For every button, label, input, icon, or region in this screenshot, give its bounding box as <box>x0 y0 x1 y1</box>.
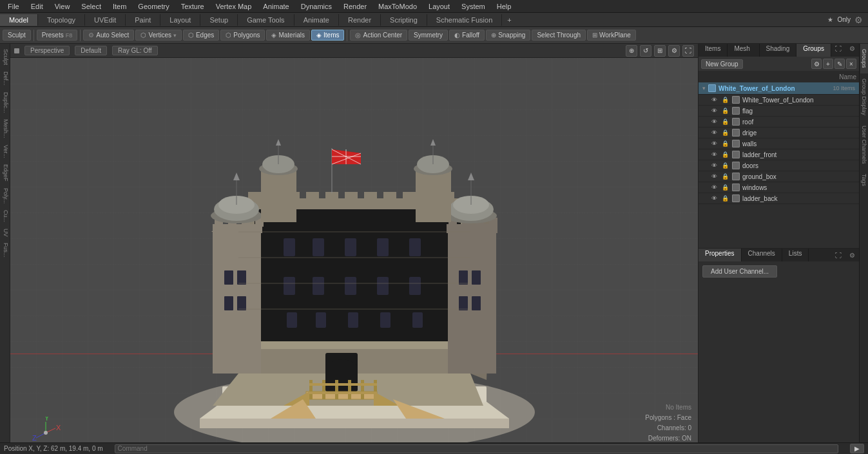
visibility-icon[interactable]: 👁 <box>711 108 719 114</box>
perspective-button[interactable]: Perspective <box>24 46 70 55</box>
menu-edit[interactable]: Edit <box>26 1 48 12</box>
polygons-button[interactable]: ⬡ Polygons <box>220 30 265 41</box>
symmetry-button[interactable]: Symmetry <box>409 30 448 41</box>
tab-scripting[interactable]: Scripting <box>381 14 427 26</box>
props-expand-btn[interactable]: ⛶ <box>831 251 845 260</box>
select-through-button[interactable]: Select Through <box>532 30 586 41</box>
action-center-button[interactable]: ◎ Action Center <box>350 30 407 41</box>
menu-help[interactable]: Help <box>492 1 517 12</box>
groups-icon4[interactable]: × <box>846 59 856 69</box>
rt-tab-groups[interactable]: Groups <box>796 44 831 57</box>
vertices-button[interactable]: ⬡ Vertices ▾ <box>135 30 182 41</box>
menu-file[interactable]: File <box>3 1 24 12</box>
sidebar-tab-edgef[interactable]: EdgeF <box>1 162 10 184</box>
sidebar-tab-cu[interactable]: Cu... <box>1 207 10 225</box>
edges-button[interactable]: ⬡ Edges <box>183 30 219 41</box>
menu-animate[interactable]: Animate <box>258 1 294 12</box>
menu-dynamics[interactable]: Dynamics <box>296 1 337 12</box>
orbit-icon[interactable]: ⊕ <box>626 45 637 57</box>
falloff-button[interactable]: ◐ Falloff <box>449 30 485 41</box>
menu-layout[interactable]: Layout <box>423 1 455 12</box>
tab-setup[interactable]: Setup <box>200 14 238 26</box>
sidebar-tab-duplic[interactable]: Duplic... <box>1 90 10 116</box>
list-item[interactable]: 👁 🔒 walls <box>699 138 859 149</box>
list-item[interactable]: 👁 🔒 windows <box>699 182 859 193</box>
list-item[interactable]: 👁 🔒 roof <box>699 117 859 128</box>
menu-item[interactable]: Item <box>108 1 131 12</box>
lock-icon[interactable]: 🔒 <box>722 173 729 180</box>
add-channel-button[interactable]: Add User Channel... <box>702 265 777 278</box>
tab-topology[interactable]: Topology <box>38 14 85 26</box>
snapping-button[interactable]: ⊕ Snapping <box>486 30 530 41</box>
list-item[interactable]: 👁 🔒 ground_box <box>699 171 859 182</box>
visibility-icon[interactable]: 👁 <box>711 118 719 125</box>
command-area[interactable] <box>115 444 838 453</box>
new-group-button[interactable]: New Group <box>701 59 743 69</box>
tab-paint[interactable]: Paint <box>126 14 160 26</box>
lock-icon[interactable]: 🔒 <box>722 195 729 202</box>
props-tab-properties[interactable]: Properties <box>699 249 742 261</box>
menu-view[interactable]: View <box>50 1 75 12</box>
list-item[interactable]: 👁 🔒 flag <box>699 106 859 117</box>
zoom-fit-icon[interactable]: ⊞ <box>654 45 666 57</box>
rv-tab-group-display[interactable]: Group Display <box>860 73 868 120</box>
tab-model[interactable]: Model <box>0 14 38 26</box>
group-root-item[interactable]: ▾ White_Tower_of_London 10 Items <box>699 82 859 95</box>
visibility-icon[interactable]: 👁 <box>711 173 719 180</box>
list-item[interactable]: 👁 🔒 White_Tower_of_London <box>699 95 859 106</box>
rv-tab-groups[interactable]: Groups <box>860 44 868 73</box>
props-tab-channels[interactable]: Channels <box>742 249 782 261</box>
visibility-icon[interactable]: 👁 <box>711 140 719 147</box>
workplane-button[interactable]: ⊞ WorkPlane <box>587 30 636 41</box>
menu-maxtomodo[interactable]: MaxToModo <box>373 1 422 12</box>
visibility-icon[interactable]: 👁 <box>711 195 719 202</box>
tab-schematic-fusion[interactable]: Schematic Fusion <box>427 14 502 26</box>
tab-render[interactable]: Render <box>339 14 381 26</box>
menu-vertex-map[interactable]: Vertex Map <box>211 1 257 12</box>
refresh-icon[interactable]: ↺ <box>640 45 651 57</box>
tab-game-tools[interactable]: Game Tools <box>238 14 294 26</box>
viewport-canvas[interactable]: X Y Z No Items Polygons : Face Channels:… <box>10 58 698 454</box>
sidebar-tab-poly[interactable]: Poly... <box>1 185 10 206</box>
groups-icon3[interactable]: ✎ <box>834 59 845 69</box>
lock-icon[interactable]: 🔒 <box>722 129 729 136</box>
rv-tab-tags[interactable]: Tags <box>860 169 868 191</box>
menu-render[interactable]: Render <box>338 1 372 12</box>
expand-icon[interactable]: ⛶ <box>682 45 694 57</box>
lock-icon[interactable]: 🔒 <box>722 162 729 169</box>
list-item[interactable]: 👁 🔒 ladder_front <box>699 149 859 160</box>
tab-add-button[interactable]: + <box>502 14 516 26</box>
default-button[interactable]: Default <box>75 46 107 55</box>
rt-tab-items[interactable]: Items <box>699 44 728 57</box>
sidebar-tab-sculpt[interactable]: Sculpt <box>1 46 10 68</box>
visibility-icon[interactable]: 👁 <box>711 151 719 158</box>
items-button[interactable]: ◈ Items <box>311 30 344 41</box>
rt-tab-mesh[interactable]: Mesh ... <box>728 44 759 57</box>
settings-icon[interactable]: ⚙ <box>854 15 863 25</box>
auto-select-button[interactable]: ⚙ Auto Select <box>83 30 134 41</box>
lock-icon[interactable]: 🔒 <box>722 140 729 147</box>
tab-animate[interactable]: Animate <box>294 14 339 26</box>
list-item[interactable]: 👁 🔒 doors <box>699 160 859 171</box>
groups-icon2[interactable]: + <box>823 59 833 69</box>
menu-geometry[interactable]: Geometry <box>133 1 174 12</box>
visibility-icon[interactable]: 👁 <box>711 97 719 103</box>
command-input[interactable] <box>115 444 838 453</box>
props-settings-btn[interactable]: ⚙ <box>845 251 859 260</box>
lock-icon[interactable]: 🔒 <box>722 118 729 125</box>
list-item[interactable]: 👁 🔒 drige <box>699 128 859 138</box>
sidebar-tab-fus[interactable]: Fus... <box>1 240 10 260</box>
rv-tab-user-channels[interactable]: User Channels <box>860 120 868 169</box>
groups-icon1[interactable]: ⚙ <box>811 59 822 69</box>
menu-texture[interactable]: Texture <box>176 1 209 12</box>
visibility-icon[interactable]: 👁 <box>711 129 719 136</box>
sidebar-tab-ver[interactable]: Ver... <box>1 142 10 161</box>
menu-system[interactable]: System <box>456 1 490 12</box>
panel-settings-btn[interactable]: ⚙ <box>845 44 859 57</box>
props-tab-lists[interactable]: Lists <box>782 249 809 261</box>
sidebar-tab-mesh[interactable]: Mesh... <box>1 117 10 141</box>
lock-icon[interactable]: 🔒 <box>722 151 729 158</box>
viewport[interactable]: Perspective Default Ray GL: Off ⊕ ↺ ⊞ ⚙ … <box>10 44 698 454</box>
groups-list[interactable]: ▾ White_Tower_of_London 10 Items 👁 🔒 Whi… <box>699 82 859 248</box>
lock-icon[interactable]: 🔒 <box>722 184 729 191</box>
